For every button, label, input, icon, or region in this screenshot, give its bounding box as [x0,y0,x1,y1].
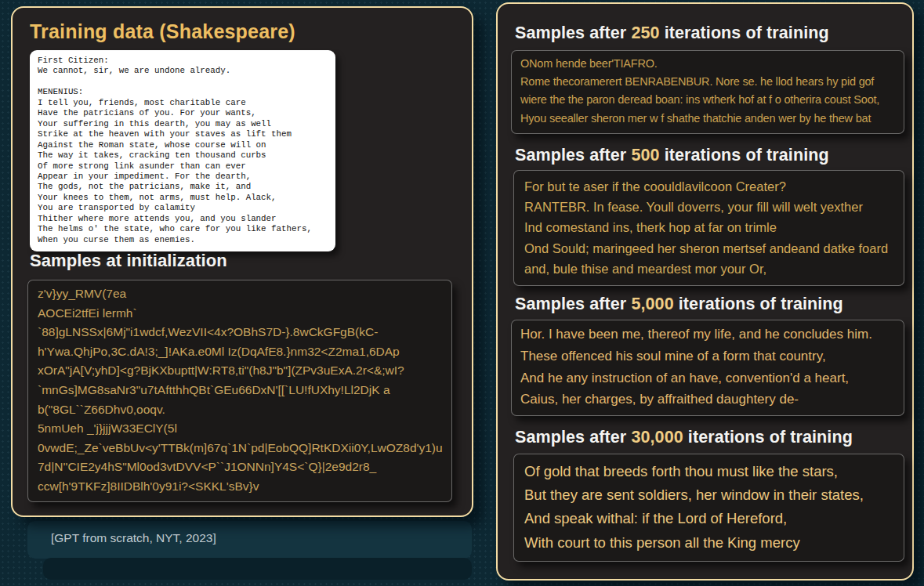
iteration-count: 5,000 [631,295,673,313]
samples-250-heading: Samples after 250 iterations of training [515,24,829,43]
sample-text-line: Ond Sould; maringeed her sheron mertsef … [524,238,893,259]
heading-suffix: iterations of training [660,24,829,42]
heading-prefix: Samples after [515,295,631,313]
sample-text-line: wiere the the paron deread boan: ins wth… [520,91,895,109]
samples-at-initialization-heading: Samples at initialization [30,251,227,271]
sample-text-line: ccw[h'9TKFz]8IIDBlh'0y91i?<SKKL'sBv}v [38,477,442,497]
samples-500-box: For but te aser if the coouldlavilcoon C… [513,170,904,286]
sample-text-line: 5nmUeh _'j}jjjW33EClY(5l [38,419,442,439]
citation-text: [GPT from scratch, NYT, 2023] [51,531,216,545]
heading-suffix: iterations of training [683,428,853,447]
samples-5000-box: Hor. I have been me, thereof my life, an… [511,320,904,416]
sample-text-line: xOrA"jA[V;yhD]<g?BjKXbuptt|W:RT8,ti"(h8J… [38,361,442,381]
sample-text-line: Of gold that breeds forth thou must like… [524,460,893,483]
shakespeare-training-text: First Citizen: We cannot, sir, we are un… [38,56,328,245]
sample-text-line: and, bule thise and meardest mor your Or… [524,259,893,279]
sample-text-line: Caius, her charges, by affraithed daught… [520,389,895,411]
sample-text-line: For but te aser if the coouldlavilcoon C… [524,176,893,197]
sample-text-line: These offenced his soul mine of a form t… [520,345,895,367]
sample-text-line: And he any instruction of an have, conve… [520,367,895,389]
training-samples-panel: Samples after 250 iterations of training… [496,2,914,581]
iteration-count: 30,000 [631,428,683,447]
samples-500-heading: Samples after 500 iterations of training [515,146,829,165]
sample-text-line: And speak withal: if the Lord of Herefor… [524,507,893,530]
sample-text-line: 7d|N''CIE2y4hS"Ml0od3vtDVV<P``J1ONNn]Y4S… [38,458,442,477]
sample-text-line: ONom hende beer'TIAFRO. [520,55,895,73]
sample-text-line: Ind comestand ins, therk hop at far on t… [524,217,893,237]
heading-suffix: iterations of training [660,146,829,165]
sample-text-line: `mnGs]MG8saNr3"u7tAftthhQBt`GEu66DxN'[[`… [38,381,442,400]
sample-text-line: But they are sent soldiers, her window i… [524,483,893,507]
samples-5000-heading: Samples after 5,000 iterations of traini… [515,295,843,314]
sample-text-line: b("8GL``Z66Dhv0,ooqv. [38,400,442,420]
sample-text-line: RANTEBR. In fease. Youll doverrs, your f… [524,197,893,217]
training-data-title: Training data (Shakespeare) [30,20,295,43]
sample-text-line: AOCEi2tfEi lermh` [38,304,442,324]
iteration-count: 500 [631,146,659,165]
shakespeare-training-text-box: First Citizen: We cannot, sir, we are un… [30,50,335,251]
heading-prefix: Samples after [515,146,631,165]
sample-text-line: h'Ywa.QhjPo,3C.dA!3;_]!AKa.e0Ml Iz(DqAfE… [38,342,442,362]
sample-text-line: `88]gLNSSx|6Mj"i1wdcf,WezVII<4x?OBhS7D-}… [38,323,442,342]
samples-30000-box: Of gold that breeds forth thou must like… [513,454,904,562]
sample-text-line: Hor. I have been me, thereof my life, an… [520,324,895,345]
heading-prefix: Samples after [515,24,631,42]
citation-band: [GPT from scratch, NYT, 2023] [27,521,472,559]
sample-text-line: z'v}yy_RMV(7ea [38,284,442,304]
sample-text-line: Rome thecoramerert BENRABENBUR. Nore se.… [520,73,895,91]
sample-text-line: With court to this person all the King m… [524,531,893,555]
sample-text-line: Hyou seealler sheron mer w f shathe that… [520,110,895,128]
background-layer-band [43,558,472,580]
samples-250-box: ONom hende beer'TIAFRO.Rome thecoramerer… [511,50,904,134]
sample-text-line: 0vwdE;_Ze`veBbUv<y'TTBk(m]67q`1N`pd|EobQ… [38,439,442,458]
samples-30000-heading: Samples after 30,000 iterations of train… [515,428,853,447]
initialization-samples-box: z'v}yy_RMV(7eaAOCEi2tfEi lermh``88]gLNSS… [27,280,452,502]
training-data-panel: Training data (Shakespeare) First Citize… [11,6,473,517]
iteration-count: 250 [631,24,659,42]
heading-prefix: Samples after [515,428,631,447]
heading-suffix: iterations of training [674,295,843,313]
